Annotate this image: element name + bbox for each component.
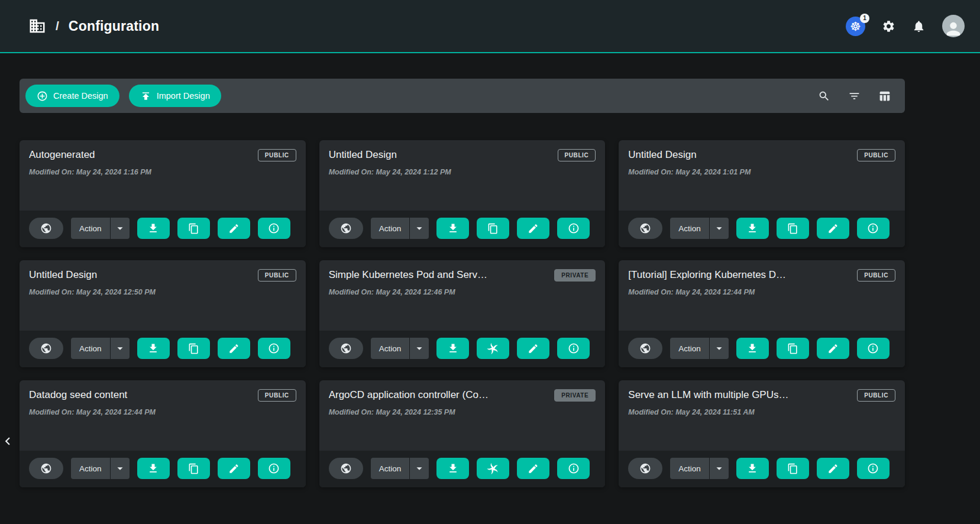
- download-button[interactable]: [736, 458, 769, 479]
- edit-button[interactable]: [817, 218, 849, 239]
- action-button[interactable]: Action: [371, 338, 410, 359]
- edit-button[interactable]: [817, 458, 849, 479]
- visibility-badge: PUBLIC: [857, 269, 895, 282]
- info-button[interactable]: [857, 458, 890, 479]
- action-button[interactable]: Action: [71, 218, 111, 239]
- download-button[interactable]: [436, 458, 469, 479]
- clone-button[interactable]: [177, 218, 210, 239]
- download-button[interactable]: [436, 338, 469, 359]
- download-icon: [746, 342, 758, 354]
- action-split-button: Action: [670, 458, 729, 479]
- edit-button[interactable]: [517, 338, 549, 359]
- visibility-globe-button[interactable]: [329, 218, 363, 239]
- info-button[interactable]: [258, 218, 290, 239]
- open-in-designer-button[interactable]: [477, 338, 509, 359]
- clone-button[interactable]: [177, 458, 210, 479]
- visibility-globe-button[interactable]: [628, 218, 662, 239]
- action-dropdown-toggle[interactable]: [710, 218, 729, 239]
- edit-button[interactable]: [517, 458, 549, 479]
- design-title: Untitled Design: [29, 269, 104, 281]
- design-card: Untitled Design PUBLIC Modified On: May …: [619, 140, 905, 247]
- table-view-icon[interactable]: [878, 90, 891, 102]
- download-icon: [447, 342, 459, 354]
- card-action-bar: Action: [319, 331, 606, 367]
- download-button[interactable]: [137, 458, 170, 479]
- user-avatar[interactable]: [942, 15, 965, 37]
- visibility-globe-button[interactable]: [29, 458, 63, 479]
- modified-on-text: Modified On: May 24, 2024 12:44 PM: [29, 408, 296, 416]
- edit-button[interactable]: [517, 218, 549, 239]
- chevron-down-icon: [713, 222, 726, 235]
- info-button[interactable]: [857, 338, 890, 359]
- info-icon: [867, 222, 879, 234]
- visibility-globe-button[interactable]: [329, 458, 363, 479]
- info-button[interactable]: [557, 458, 590, 479]
- design-title: Simple Kubernetes Pod and Serv…: [329, 269, 494, 281]
- action-dropdown-toggle[interactable]: [111, 458, 130, 479]
- edit-button[interactable]: [218, 458, 250, 479]
- organization-icon[interactable]: [28, 17, 46, 35]
- action-dropdown-toggle[interactable]: [111, 218, 130, 239]
- import-design-button[interactable]: Import Design: [129, 85, 221, 107]
- download-icon: [147, 222, 159, 234]
- download-button[interactable]: [137, 338, 170, 359]
- chevron-down-icon: [713, 342, 726, 355]
- action-button[interactable]: Action: [71, 458, 111, 479]
- action-button[interactable]: Action: [71, 338, 111, 359]
- info-button[interactable]: [557, 218, 590, 239]
- download-button[interactable]: [137, 218, 170, 239]
- notifications-bell-icon[interactable]: [912, 20, 926, 33]
- open-in-designer-button[interactable]: [477, 458, 509, 479]
- action-button[interactable]: Action: [670, 458, 710, 479]
- cluster-status-button[interactable]: ☸ 1: [846, 17, 865, 36]
- pencil-icon: [827, 463, 839, 474]
- download-icon: [147, 342, 159, 354]
- action-dropdown-toggle[interactable]: [410, 218, 429, 239]
- info-button[interactable]: [857, 218, 890, 239]
- modified-on-text: Modified On: May 24, 2024 11:51 AM: [628, 408, 895, 416]
- download-button[interactable]: [736, 338, 769, 359]
- download-button[interactable]: [736, 218, 769, 239]
- info-button[interactable]: [258, 338, 290, 359]
- action-dropdown-toggle[interactable]: [710, 458, 729, 479]
- clone-button[interactable]: [777, 458, 809, 479]
- globe-icon: [340, 222, 352, 234]
- action-split-button: Action: [670, 338, 729, 359]
- action-dropdown-toggle[interactable]: [410, 458, 429, 479]
- action-button[interactable]: Action: [670, 338, 710, 359]
- settings-gear-icon[interactable]: [882, 20, 895, 33]
- info-button[interactable]: [258, 458, 290, 479]
- globe-icon: [40, 222, 52, 234]
- edit-button[interactable]: [218, 218, 250, 239]
- action-dropdown-toggle[interactable]: [410, 338, 429, 359]
- visibility-globe-button[interactable]: [329, 338, 363, 359]
- create-design-button[interactable]: Create Design: [25, 85, 119, 107]
- clone-button[interactable]: [177, 338, 210, 359]
- collapse-drawer-button[interactable]: [0, 434, 15, 449]
- info-icon: [268, 342, 280, 354]
- download-button[interactable]: [436, 218, 469, 239]
- designs-toolbar: Create Design Import Design: [20, 79, 905, 113]
- visibility-globe-button[interactable]: [628, 338, 662, 359]
- spiral-icon: [487, 342, 499, 355]
- visibility-globe-button[interactable]: [29, 218, 63, 239]
- clone-button[interactable]: [477, 218, 509, 239]
- action-button[interactable]: Action: [371, 218, 410, 239]
- filter-icon[interactable]: [848, 90, 861, 102]
- import-design-label: Import Design: [157, 91, 210, 101]
- action-button[interactable]: Action: [371, 458, 410, 479]
- card-action-bar: Action: [319, 211, 606, 247]
- clone-button[interactable]: [777, 338, 809, 359]
- clone-button[interactable]: [777, 218, 809, 239]
- search-icon[interactable]: [818, 90, 830, 102]
- edit-button[interactable]: [817, 338, 849, 359]
- action-dropdown-toggle[interactable]: [111, 338, 130, 359]
- info-button[interactable]: [557, 338, 590, 359]
- pencil-icon: [528, 463, 539, 474]
- download-icon: [147, 462, 159, 474]
- visibility-globe-button[interactable]: [29, 338, 63, 359]
- action-dropdown-toggle[interactable]: [710, 338, 729, 359]
- visibility-globe-button[interactable]: [628, 458, 662, 479]
- action-button[interactable]: Action: [670, 218, 710, 239]
- edit-button[interactable]: [218, 338, 250, 359]
